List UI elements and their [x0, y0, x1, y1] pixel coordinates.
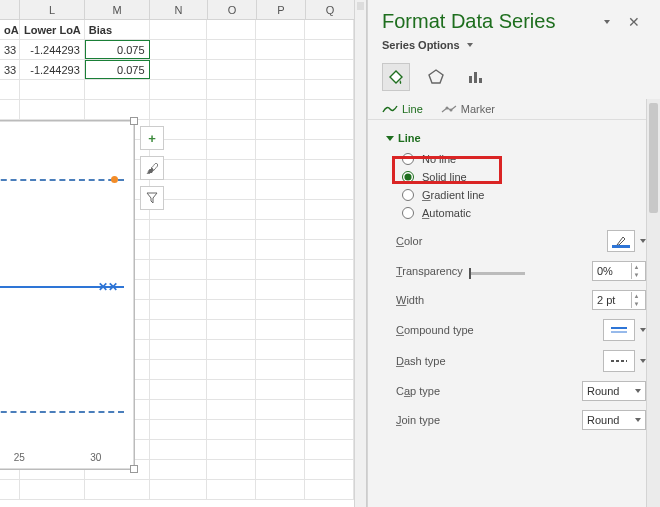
chart-add-element-button[interactable]: + — [140, 126, 164, 150]
embedded-chart[interactable]: ✕✕ 25 30 — [0, 120, 135, 470]
cell[interactable]: -1.244293 — [20, 40, 85, 59]
prop-join-label: Join type — [396, 414, 440, 426]
format-pane: Format Data Series ✕ Series Options — [367, 0, 660, 507]
pane-scrollbar[interactable] — [646, 99, 660, 507]
tab-line-label: Line — [402, 103, 423, 115]
tab-marker[interactable]: Marker — [441, 103, 495, 115]
svg-rect-2 — [479, 78, 482, 83]
line-section-toggle[interactable]: Line — [386, 128, 646, 150]
cell[interactable] — [305, 40, 354, 59]
dash-type-icon — [603, 350, 635, 372]
paint-bucket-icon — [387, 68, 405, 86]
pentagon-icon — [427, 68, 445, 86]
cell[interactable]: 33 — [0, 60, 20, 79]
cell[interactable]: Lower LoA — [20, 20, 85, 39]
width-input[interactable]: 2 pt ▲▼ — [592, 290, 646, 310]
cap-type-value: Round — [587, 385, 619, 397]
cell[interactable]: Bias — [85, 20, 150, 39]
dash-type-picker[interactable] — [603, 350, 646, 372]
col-header-O[interactable]: O — [208, 0, 257, 19]
cell[interactable] — [207, 40, 256, 59]
tab-line[interactable]: Line — [382, 103, 423, 115]
cell[interactable] — [150, 20, 208, 39]
line-tab-icon — [382, 104, 398, 114]
cell[interactable] — [305, 60, 354, 79]
cell[interactable] — [256, 20, 305, 39]
radio-label: Automatic — [422, 207, 471, 219]
col-header-Q[interactable]: Q — [306, 0, 355, 19]
color-picker[interactable] — [607, 230, 646, 252]
compound-type-icon — [603, 319, 635, 341]
fill-line-category-button[interactable] — [382, 63, 410, 91]
x-tick: 30 — [90, 452, 101, 463]
chevron-down-icon — [467, 43, 473, 47]
cell-selected[interactable]: 0.075 — [85, 40, 150, 59]
chart-series-upper — [0, 179, 124, 181]
cell[interactable] — [207, 20, 256, 39]
radio-solid-line[interactable]: Solid line — [386, 168, 646, 186]
cell-selected[interactable]: 0.075 — [85, 60, 150, 79]
chart-filter-button[interactable] — [140, 186, 164, 210]
chart-side-buttons: + 🖌 — [140, 126, 164, 210]
radio-label: Solid line — [422, 171, 467, 183]
col-header-N[interactable]: N — [150, 0, 208, 19]
cell[interactable]: -1.244293 — [20, 60, 85, 79]
cap-type-select[interactable]: Round — [582, 381, 646, 401]
brush-icon: 🖌 — [146, 161, 159, 176]
cell[interactable]: 33 — [0, 40, 20, 59]
chart-styles-button[interactable]: 🖌 — [140, 156, 164, 180]
spreadsheet-area: L M N O P Q oA Lower LoA Bias 33 -1.2442… — [0, 0, 367, 507]
prop-cap-label: Cap type — [396, 385, 440, 397]
chart-series-lower — [0, 411, 124, 413]
cell[interactable]: oA — [0, 20, 20, 39]
svg-rect-1 — [474, 72, 477, 83]
col-header-M[interactable]: M — [85, 0, 150, 19]
radio-label: Gradient line — [422, 189, 484, 201]
col-header-L[interactable]: L — [20, 0, 85, 19]
cell[interactable] — [207, 60, 256, 79]
cell[interactable] — [305, 20, 354, 39]
bar-chart-icon — [467, 68, 485, 86]
vertical-scrollbar[interactable] — [354, 0, 366, 507]
series-options-label: Series Options — [382, 39, 460, 51]
cell[interactable] — [150, 40, 208, 59]
chevron-down-icon — [635, 418, 641, 422]
join-type-select[interactable]: Round — [582, 410, 646, 430]
x-tick: 25 — [14, 452, 25, 463]
col-header-P[interactable]: P — [257, 0, 306, 19]
prop-compound-label: Compound type — [396, 324, 474, 336]
radio-no-line[interactable]: No line — [386, 150, 646, 168]
prop-transparency-label: Transparency — [396, 265, 525, 277]
triangle-down-icon — [386, 136, 394, 141]
spinner-buttons[interactable]: ▲▼ — [631, 263, 641, 279]
radio-automatic[interactable]: Automatic — [386, 204, 646, 222]
scrollbar-thumb[interactable] — [649, 103, 658, 213]
transparency-value: 0% — [597, 265, 613, 277]
svg-rect-0 — [469, 76, 472, 83]
marker-tab-icon — [441, 104, 457, 114]
compound-type-picker[interactable] — [603, 319, 646, 341]
svg-point-4 — [449, 109, 452, 112]
line-section-label: Line — [398, 132, 421, 144]
chart-x-axis: 25 30 — [0, 452, 134, 463]
close-pane-button[interactable]: ✕ — [622, 14, 646, 30]
chart-marker-upper — [111, 176, 118, 183]
series-options-dropdown[interactable]: Series Options — [368, 39, 660, 59]
chart-marker-mid: ✕✕ — [98, 280, 118, 294]
column-headers: L M N O P Q — [0, 0, 366, 20]
cell[interactable] — [150, 60, 208, 79]
spinner-buttons[interactable]: ▲▼ — [631, 292, 641, 308]
radio-gradient-line[interactable]: Gradient line — [386, 186, 646, 204]
tab-marker-label: Marker — [461, 103, 495, 115]
effects-category-button[interactable] — [422, 63, 450, 91]
transparency-input[interactable]: 0% ▲▼ — [592, 261, 646, 281]
cell[interactable] — [256, 40, 305, 59]
pane-menu-icon[interactable] — [604, 20, 610, 24]
color-swatch-icon — [607, 230, 635, 252]
transparency-slider[interactable] — [469, 272, 525, 275]
col-header-partial[interactable] — [0, 0, 20, 19]
series-options-category-button[interactable] — [462, 63, 490, 91]
prop-dash-label: Dash type — [396, 355, 446, 367]
cell[interactable] — [256, 60, 305, 79]
radio-label: No line — [422, 153, 456, 165]
